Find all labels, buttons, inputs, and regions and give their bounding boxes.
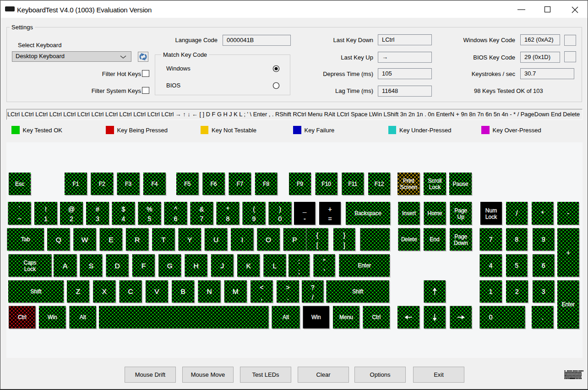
svg-text:4: 4 [489, 262, 493, 269]
svg-text:=: = [328, 215, 332, 222]
svg-text:Caps: Caps [23, 260, 36, 266]
svg-text:Shift: Shift [30, 288, 42, 295]
svg-text:^: ^ [174, 206, 177, 213]
svg-text:Ctrl: Ctrl [18, 314, 27, 320]
svg-text:F: F [142, 262, 146, 270]
svg-text:F5: F5 [184, 181, 191, 187]
svg-text:>: > [286, 284, 289, 291]
svg-text:Y: Y [187, 236, 192, 244]
svg-text:-: - [304, 215, 306, 222]
svg-text::: : [298, 258, 300, 265]
svg-text:H: H [193, 262, 198, 270]
svg-text:}: } [343, 232, 345, 239]
svg-text:.: . [287, 294, 289, 301]
svg-text:*: * [541, 210, 544, 217]
svg-text:9: 9 [252, 215, 256, 222]
svg-text:5: 5 [148, 215, 152, 222]
svg-text:Ctrl: Ctrl [372, 314, 381, 320]
svg-text:A: A [63, 262, 68, 270]
svg-text:/: / [312, 294, 314, 301]
svg-text:Q: Q [56, 236, 61, 244]
svg-text:F10: F10 [321, 181, 331, 187]
svg-text:2: 2 [70, 215, 73, 222]
svg-text:Page: Page [454, 233, 467, 240]
svg-text:Screen: Screen [400, 184, 417, 190]
svg-text:O: O [266, 236, 271, 244]
svg-text:&: & [200, 206, 204, 213]
svg-text:*: * [227, 206, 229, 213]
svg-text:_: _ [302, 206, 306, 213]
svg-text:Alt: Alt [80, 314, 87, 320]
svg-text:Enter: Enter [358, 262, 371, 269]
svg-text:W: W [82, 236, 88, 244]
svg-text:Shift: Shift [352, 288, 364, 295]
svg-text:I: I [241, 236, 243, 244]
svg-text:8: 8 [226, 215, 230, 222]
svg-text:K: K [246, 262, 251, 270]
svg-text:1: 1 [489, 288, 493, 295]
svg-text:@: @ [68, 206, 75, 213]
svg-text:[: [ [316, 242, 318, 249]
svg-text:Up: Up [457, 214, 465, 220]
svg-text:(: ( [253, 206, 255, 213]
svg-text:7: 7 [200, 215, 204, 222]
svg-text:Menu: Menu [339, 314, 353, 320]
svg-text:Down: Down [454, 240, 468, 246]
svg-text:.: . [542, 314, 544, 321]
svg-text:6: 6 [542, 262, 545, 269]
svg-text:Lock: Lock [429, 184, 441, 190]
svg-text:F6: F6 [211, 181, 217, 187]
svg-text:P: P [292, 236, 297, 244]
svg-text:N: N [207, 287, 212, 295]
svg-text:U: U [213, 236, 218, 244]
svg-text:D: D [114, 262, 120, 270]
svg-text:Win: Win [311, 314, 321, 320]
svg-text:F4: F4 [151, 181, 158, 187]
svg-text:R: R [135, 236, 140, 244]
svg-text:G: G [167, 262, 173, 270]
svg-text:J: J [220, 262, 224, 270]
svg-text:<: < [260, 284, 263, 291]
svg-text:{: { [316, 232, 318, 239]
svg-text:Z: Z [76, 287, 80, 295]
svg-text:/: / [516, 210, 518, 217]
svg-text:Win: Win [48, 314, 57, 320]
svg-text:2: 2 [515, 288, 519, 295]
svg-text:Print: Print [403, 178, 414, 184]
svg-text:$: $ [122, 206, 125, 213]
svg-text:1: 1 [44, 215, 48, 222]
svg-text:?: ? [311, 284, 315, 291]
svg-text:F1: F1 [72, 181, 79, 187]
svg-text:;: ; [298, 268, 300, 275]
svg-text:,: , [261, 294, 262, 301]
svg-text:Num: Num [485, 207, 497, 214]
svg-text:Insert: Insert [402, 210, 416, 217]
svg-text:+: + [328, 206, 332, 213]
svg-text:`: ` [18, 206, 21, 213]
svg-text:Page: Page [454, 207, 467, 214]
svg-text:L: L [273, 262, 277, 270]
svg-text:F11: F11 [348, 181, 358, 187]
svg-text:Alt: Alt [283, 314, 289, 320]
svg-text:7: 7 [489, 236, 493, 243]
svg-text:End: End [430, 236, 439, 243]
svg-text:8: 8 [515, 236, 518, 243]
svg-text:9: 9 [542, 236, 545, 243]
svg-text:T: T [161, 236, 166, 244]
svg-text:]: ] [343, 242, 345, 249]
svg-text:5: 5 [515, 262, 518, 269]
svg-text:F7: F7 [237, 181, 243, 187]
svg-text:): ) [279, 206, 281, 213]
svg-text:': ' [324, 268, 325, 275]
svg-text:F12: F12 [375, 181, 384, 187]
svg-text:E: E [109, 236, 113, 244]
svg-text:S: S [89, 262, 93, 270]
svg-text:#: # [96, 206, 99, 213]
svg-text:Lock: Lock [24, 266, 36, 272]
svg-text:F3: F3 [125, 181, 131, 187]
svg-text:B: B [181, 287, 185, 295]
svg-text:!: ! [45, 206, 47, 213]
svg-text:": " [323, 258, 326, 265]
svg-text:+: + [566, 249, 570, 256]
svg-text:Home: Home [427, 210, 442, 217]
